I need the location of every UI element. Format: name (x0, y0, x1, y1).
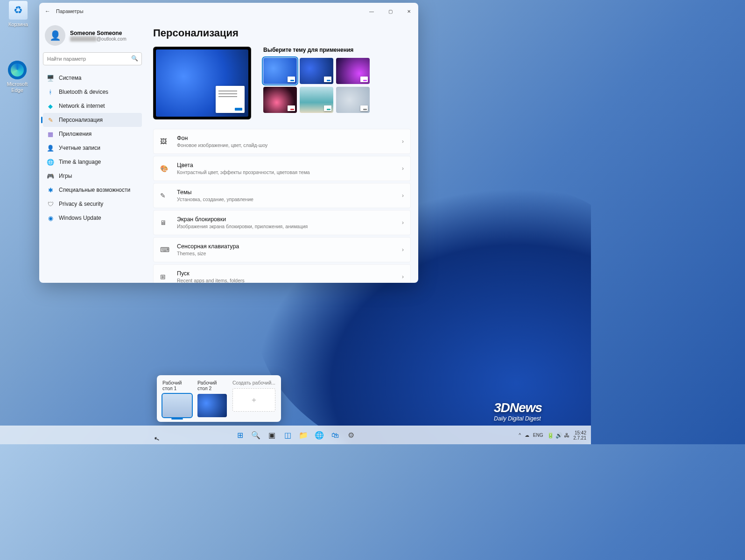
desktop-icon-recycle-bin[interactable]: Корзина (2, 1, 35, 28)
setting-desc: Recent apps and items, folders (177, 278, 402, 283)
setting-title: Фон (177, 135, 402, 141)
setting-desc: Контрастный цвет, эффекты прозрачности, … (177, 169, 402, 175)
tray-language[interactable]: ENG (533, 433, 543, 438)
desktop-icon-edge[interactable]: Microsoft Edge (1, 61, 34, 93)
back-button[interactable]: ← (39, 8, 56, 14)
taskbar-clock[interactable]: 15:42 2.7.21 (573, 430, 586, 441)
setting-title: Пуск (177, 270, 402, 277)
window-title: Параметры (56, 8, 84, 14)
taskbar-explorer-button[interactable]: 📁 (297, 429, 310, 442)
page-title: Персонализация (153, 27, 411, 39)
colors-icon: 🎨 (160, 165, 169, 172)
settings-search[interactable]: 🔍 (43, 52, 142, 65)
accessibility-icon: ✱ (47, 186, 54, 194)
chevron-right-icon: › (402, 192, 404, 199)
window-close-button[interactable]: ✕ (400, 3, 418, 20)
taskbar-start-button[interactable]: ⊞ (233, 429, 246, 442)
theme-preview-large[interactable] (153, 47, 251, 119)
sidebar-item-gaming[interactable]: 🎮 Игры (43, 169, 142, 183)
theme-tile-light-bloom[interactable] (263, 58, 297, 84)
theme-swatch (324, 77, 331, 82)
sidebar-item-system[interactable]: 🖥️ Система (43, 71, 142, 85)
sidebar-item-privacy[interactable]: 🛡 Privacy & security (43, 197, 142, 211)
setting-item-background[interactable]: 🖼 Фон Фоновое изображение, цвет, слайд-ш… (153, 129, 411, 154)
taskbar-settings-button[interactable]: ⚙ (344, 429, 358, 442)
setting-title: Цвета (177, 162, 402, 168)
sidebar-item-label: Система (59, 75, 81, 81)
sidebar-item-windows-update[interactable]: ◉ Windows Update (43, 211, 142, 225)
virtual-desktop-thumb[interactable] (162, 394, 192, 417)
theme-swatch (324, 105, 331, 111)
setting-item-themes[interactable]: ✎ Темы Установка, создание, управление › (153, 183, 411, 208)
taskbar: ⊞🔍▣◫📁🌐🛍⚙ ^ ☁ ENG 🔋 🔊 🖧 15:42 2.7.21 (0, 426, 591, 444)
plus-icon[interactable]: ＋ (232, 388, 275, 412)
theme-tile-flow[interactable] (336, 87, 370, 113)
sidebar-item-label: Privacy & security (59, 201, 103, 207)
new-virtual-desktop[interactable]: Создать рабочий... ＋ (232, 380, 275, 417)
sidebar-item-label: Bluetooth & devices (59, 89, 108, 95)
virtual-desktop-2[interactable]: Рабочий стол 2 (197, 380, 227, 417)
setting-item-lock-screen[interactable]: 🖥 Экран блокировки Изображения экрана бл… (153, 210, 411, 235)
setting-desc: Фоновое изображение, цвет, слайд-шоу (177, 142, 402, 148)
desktop-icon-label: Корзина (2, 21, 35, 28)
sidebar-item-label: Network & internet (59, 103, 105, 109)
profile-email: ████████@outlook.com (70, 36, 127, 42)
window-titlebar[interactable]: ← Параметры — ▢ ✕ (39, 3, 418, 20)
tray-status-icons[interactable]: 🔋 🔊 🖧 (547, 432, 570, 439)
virtual-desktop-thumb[interactable] (197, 394, 227, 417)
theme-swatch (360, 105, 368, 111)
window-maximize-button[interactable]: ▢ (381, 3, 400, 20)
sidebar-item-label: Приложения (59, 131, 91, 137)
setting-title: Темы (177, 189, 402, 196)
window-minimize-button[interactable]: — (362, 3, 381, 20)
settings-window: ← Параметры — ▢ ✕ 👤 Someone Someone ████… (39, 3, 418, 283)
themes-icon: ✎ (160, 192, 169, 199)
sidebar-item-label: Специальные возможности (59, 187, 130, 193)
chevron-right-icon: › (402, 246, 404, 253)
onedrive-icon[interactable]: ☁ (525, 433, 529, 438)
theme-tile-dark-bloom[interactable] (300, 58, 333, 84)
sidebar-item-personalization[interactable]: ✎ Персонализация (43, 113, 142, 127)
windows-update-icon: ◉ (47, 214, 54, 222)
taskbar-search-button[interactable]: 🔍 (249, 429, 262, 442)
sidebar-item-accounts[interactable]: 👤 Учетные записи (43, 141, 142, 155)
taskview-popup: Рабочий стол 1 Рабочий стол 2 Создать ра… (157, 375, 281, 422)
system-tray[interactable]: ^ ☁ ENG 🔋 🔊 🖧 15:42 2.7.21 (519, 430, 591, 441)
theme-swatch (360, 77, 368, 82)
profile-block[interactable]: 👤 Someone Someone ████████@outlook.com (43, 22, 142, 50)
sidebar-item-bluetooth[interactable]: ᚼ Bluetooth & devices (43, 85, 142, 99)
taskbar-store-button[interactable]: 🛍 (329, 429, 342, 442)
theme-swatch (288, 77, 295, 82)
sidebar-item-label: Учетные записи (59, 145, 100, 151)
sidebar-item-network[interactable]: ◆ Network & internet (43, 99, 142, 113)
search-input[interactable] (43, 52, 142, 65)
search-icon: 🔍 (131, 55, 138, 62)
virtual-desktop-label: Рабочий стол 1 (162, 380, 192, 391)
accounts-icon: 👤 (47, 144, 54, 152)
chevron-right-icon: › (402, 138, 404, 145)
setting-item-start[interactable]: ⊞ Пуск Recent apps and items, folders › (153, 264, 411, 283)
desktop-icon-label: Microsoft Edge (1, 81, 34, 93)
tray-chevron-icon[interactable]: ^ (519, 433, 521, 438)
sidebar-item-accessibility[interactable]: ✱ Специальные возможности (43, 183, 142, 197)
sidebar-item-time-language[interactable]: 🌐 Time & language (43, 155, 142, 169)
sidebar-item-label: Time & language (59, 159, 101, 165)
theme-tile-captured-motion[interactable] (263, 87, 297, 113)
virtual-desktop-1[interactable]: Рабочий стол 1 (162, 380, 192, 417)
theme-tile-sunrise[interactable] (300, 87, 333, 113)
taskbar-edge-button[interactable]: 🌐 (313, 429, 326, 442)
system-icon: 🖥️ (47, 74, 54, 82)
sidebar-item-label: Windows Update (59, 215, 101, 221)
setting-item-touch-keyboard[interactable]: ⌨ Сенсорная клавиатура Themes, size › (153, 237, 411, 262)
sidebar-item-label: Игры (59, 173, 72, 179)
taskbar-taskview-button[interactable]: ▣ (265, 429, 278, 442)
edge-icon (8, 61, 27, 79)
apps-icon: ▦ (47, 130, 54, 138)
personalization-icon: ✎ (47, 116, 54, 124)
setting-item-colors[interactable]: 🎨 Цвета Контрастный цвет, эффекты прозра… (153, 156, 411, 181)
chevron-right-icon: › (402, 273, 404, 280)
theme-tile-glow[interactable] (336, 58, 370, 84)
setting-title: Экран блокировки (177, 216, 402, 223)
taskbar-widgets-button[interactable]: ◫ (281, 429, 294, 442)
sidebar-item-apps[interactable]: ▦ Приложения (43, 127, 142, 141)
